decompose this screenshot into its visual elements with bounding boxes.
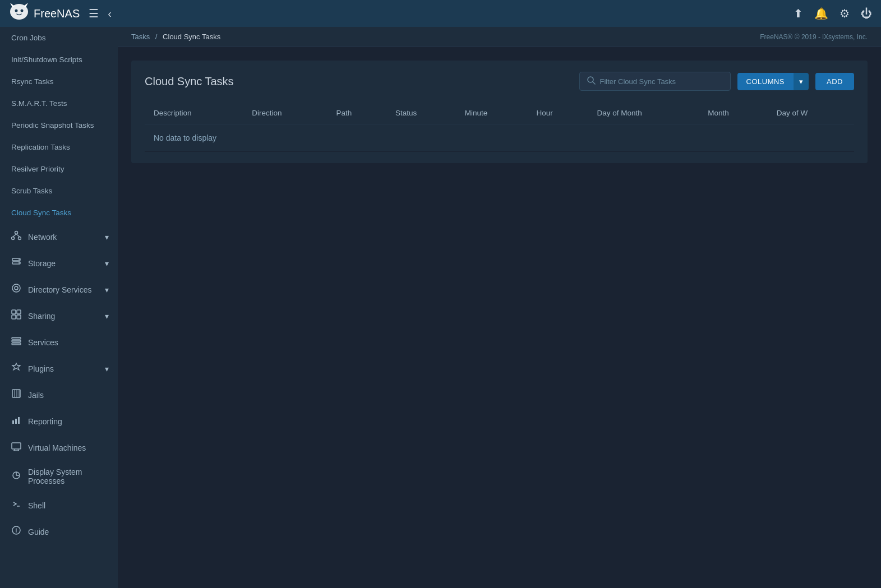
topbar-left: FreeNAS ☰ ‹ (9, 2, 112, 26)
topbar-right: ⬆ 🔔 ⚙ ⏻ (794, 7, 872, 20)
sidebar-item-display-system-processes[interactable]: Display System Processes (0, 461, 118, 492)
directory-services-icon (11, 283, 21, 296)
chevron-down-icon: ▾ (105, 259, 109, 268)
sidebar-item-label: Resilver Priority (11, 165, 64, 173)
svg-rect-30 (12, 443, 21, 449)
sharing-icon (11, 309, 21, 322)
storage-icon (11, 257, 21, 270)
sidebar-item-label: Services (28, 338, 58, 347)
table-header: Description Direction Path Status Minute… (145, 102, 854, 124)
sidebar-item-label: S.M.A.R.T. Tests (11, 99, 67, 108)
sidebar-item-label: Periodic Snapshot Tasks (11, 121, 94, 129)
shell-icon (11, 499, 21, 512)
columns-button[interactable]: COLUMNS (737, 73, 794, 90)
hamburger-icon[interactable]: ☰ (89, 7, 99, 20)
columns-caret-button[interactable]: ▾ (794, 73, 809, 90)
logo-text: FreeNAS (34, 7, 80, 20)
sidebar-item-plugins[interactable]: Plugins ▾ (0, 355, 118, 382)
card-title: Cloud Sync Tasks (145, 75, 234, 88)
content-area: Cloud Sync Tasks CO (118, 47, 881, 588)
cloud-sync-tasks-card: Cloud Sync Tasks CO (131, 61, 868, 163)
plugins-icon (11, 362, 21, 375)
sidebar-item-label: Display System Processes (28, 467, 109, 485)
breadcrumb-parent[interactable]: Tasks (131, 33, 150, 41)
svg-point-7 (19, 237, 21, 240)
virtual-machines-icon (11, 441, 21, 454)
card-header-actions: COLUMNS ▾ ADD (579, 72, 854, 91)
sidebar-item-init-shutdown[interactable]: Init/Shutdown Scripts (0, 49, 118, 71)
svg-point-4 (21, 9, 24, 12)
sidebar-item-smart-tests[interactable]: S.M.A.R.T. Tests (0, 92, 118, 114)
sidebar-item-periodic-snapshot[interactable]: Periodic Snapshot Tasks (0, 114, 118, 136)
sidebar-item-storage[interactable]: Storage ▾ (0, 250, 118, 276)
col-path: Path (328, 102, 386, 124)
sidebar-item-jails[interactable]: Jails (0, 382, 118, 408)
search-box[interactable] (579, 72, 731, 91)
reporting-icon (11, 415, 21, 428)
sidebar-item-label: Directory Services (28, 285, 92, 294)
svg-line-41 (593, 82, 595, 84)
sidebar-item-guide[interactable]: i Guide (0, 518, 118, 545)
copyright-text: FreeNAS® © 2019 - iXsystems, Inc. (760, 33, 868, 41)
notifications-icon[interactable]: 🔔 (814, 7, 828, 20)
sidebar-item-network[interactable]: Network ▾ (0, 224, 118, 250)
sidebar-item-label: Scrub Tasks (11, 187, 52, 195)
sidebar-item-shell[interactable]: Shell (0, 492, 118, 518)
svg-rect-20 (12, 337, 21, 339)
cloud-sync-table: Description Direction Path Status Minute… (145, 102, 854, 152)
svg-line-9 (16, 234, 20, 237)
sidebar-item-label: Rsync Tasks (11, 77, 54, 86)
sidebar-item-label: Cloud Sync Tasks (11, 209, 71, 217)
svg-point-15 (15, 286, 18, 290)
sidebar-item-label: Network (28, 233, 57, 242)
guide-icon: i (11, 525, 21, 538)
sidebar-item-sharing[interactable]: Sharing ▾ (0, 303, 118, 329)
svg-rect-18 (12, 315, 16, 319)
settings-icon[interactable]: ⚙ (840, 7, 850, 20)
sidebar-item-label: Sharing (28, 312, 55, 321)
svg-point-13 (19, 262, 20, 263)
sidebar-item-directory-services[interactable]: Directory Services ▾ (0, 276, 118, 303)
sidebar-item-scrub-tasks[interactable]: Scrub Tasks (0, 180, 118, 202)
breadcrumb-path: Tasks / Cloud Sync Tasks (131, 33, 220, 41)
main-layout: Cron Jobs Init/Shutdown Scripts Rsync Ta… (0, 27, 881, 588)
search-input[interactable] (600, 77, 723, 86)
sidebar-item-cron-jobs[interactable]: Cron Jobs (0, 27, 118, 49)
chevron-down-icon: ▾ (105, 364, 109, 373)
col-hour: Hour (527, 102, 588, 124)
col-day-of-month: Day of Month (588, 102, 699, 124)
no-data-row: No data to display (145, 124, 854, 152)
svg-point-3 (15, 9, 18, 12)
sidebar-item-rsync-tasks[interactable]: Rsync Tasks (0, 71, 118, 92)
svg-rect-17 (17, 310, 21, 314)
breadcrumb-current: Cloud Sync Tasks (163, 33, 220, 41)
breadcrumb: Tasks / Cloud Sync Tasks FreeNAS® © 2019… (118, 27, 881, 47)
card-header: Cloud Sync Tasks CO (145, 72, 854, 91)
upload-icon[interactable]: ⬆ (794, 7, 803, 20)
col-status: Status (386, 102, 456, 124)
sidebar-item-replication-tasks[interactable]: Replication Tasks (0, 136, 118, 158)
svg-rect-28 (15, 419, 17, 424)
sidebar-item-reporting[interactable]: Reporting (0, 408, 118, 434)
power-icon[interactable]: ⏻ (861, 7, 872, 20)
svg-rect-19 (17, 315, 21, 319)
sidebar-item-cloud-sync-tasks[interactable]: Cloud Sync Tasks (0, 202, 118, 224)
add-button[interactable]: ADD (815, 73, 854, 90)
chevron-down-icon: ▾ (105, 233, 109, 242)
svg-rect-22 (12, 343, 21, 345)
sidebar-item-services[interactable]: Services (0, 329, 118, 355)
svg-line-8 (13, 234, 16, 237)
svg-rect-27 (12, 420, 14, 424)
sidebar-item-virtual-machines[interactable]: Virtual Machines (0, 434, 118, 461)
svg-point-14 (12, 284, 20, 292)
chevron-down-icon: ▾ (105, 312, 109, 321)
services-icon (11, 336, 21, 349)
sidebar-item-label: Storage (28, 259, 56, 268)
col-day-of-week: Day of W (768, 102, 854, 124)
table-header-row: Description Direction Path Status Minute… (145, 102, 854, 124)
sidebar-item-label: Plugins (28, 364, 54, 373)
back-icon[interactable]: ‹ (108, 7, 112, 20)
svg-rect-21 (12, 340, 21, 342)
chevron-down-icon: ▾ (105, 285, 109, 294)
sidebar-item-resilver-priority[interactable]: Resilver Priority (0, 158, 118, 180)
